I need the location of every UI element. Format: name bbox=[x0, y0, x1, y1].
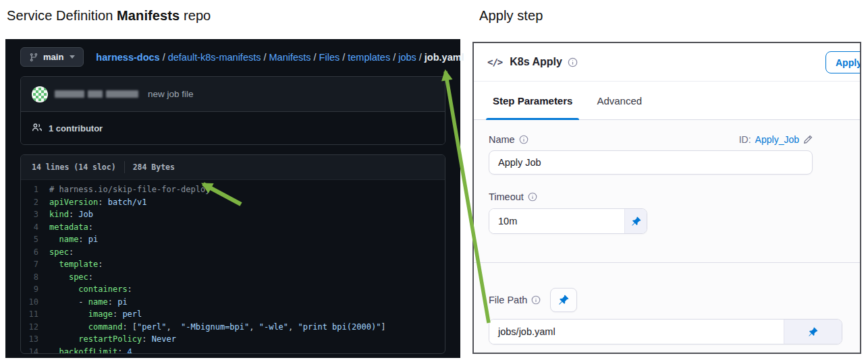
chevron-down-icon bbox=[70, 55, 75, 59]
code-step-icon: </> bbox=[487, 57, 502, 67]
code-line: 1# harness.io/skip-file-for-deploy bbox=[21, 183, 445, 196]
section-divider bbox=[474, 262, 860, 263]
github-file-panel: main harness-docs/default-k8s-manifests/… bbox=[5, 39, 460, 358]
pin-icon bbox=[558, 295, 569, 305]
file-path-input-group: jobs/job.yaml bbox=[489, 319, 842, 344]
breadcrumb-current-file: job.yaml bbox=[425, 52, 464, 63]
redacted-commit-author bbox=[55, 90, 138, 98]
code-line: 13 restartPolicy: Never bbox=[21, 333, 445, 346]
step-tabbar: Step Parameters Advanced bbox=[474, 82, 860, 120]
code-line: 10 - name: pi bbox=[21, 296, 445, 309]
left-section-title: Service Definition Manifests repo bbox=[7, 8, 211, 24]
timeout-input-group: 10m bbox=[489, 208, 647, 234]
file-stats-bar: 14 lines (14 sloc) 284 Bytes bbox=[21, 155, 445, 180]
edit-pencil-icon[interactable] bbox=[803, 135, 813, 144]
latest-commit-box: new job file 1 contributor bbox=[20, 76, 445, 145]
pin-icon bbox=[631, 216, 641, 227]
line-number[interactable]: 13 bbox=[21, 333, 49, 346]
line-number[interactable]: 11 bbox=[21, 308, 49, 321]
contributors-row[interactable]: 1 contributor bbox=[21, 111, 445, 144]
timeout-input[interactable]: 10m bbox=[489, 209, 624, 233]
line-number[interactable]: 6 bbox=[21, 246, 49, 259]
code-line-content: apiVersion: batch/v1 bbox=[49, 196, 147, 209]
apply-changes-button[interactable]: Apply bbox=[825, 51, 861, 73]
step-title: K8s Apply bbox=[510, 56, 562, 68]
file-path-pin-button[interactable] bbox=[550, 288, 577, 312]
k8s-apply-step-panel: </> K8s Apply Apply Step Parameters Adva… bbox=[472, 42, 861, 354]
line-number[interactable]: 12 bbox=[21, 321, 49, 334]
code-line: 2apiVersion: batch/v1 bbox=[21, 196, 445, 209]
info-icon[interactable] bbox=[528, 192, 537, 202]
code-line-content: spec: bbox=[49, 246, 74, 259]
code-line-content: metadata: bbox=[49, 221, 93, 234]
code-line-content: backoffLimit: 4 bbox=[49, 346, 132, 355]
contributors-label: 1 contributor bbox=[49, 123, 103, 133]
line-number[interactable]: 1 bbox=[21, 183, 49, 196]
file-lines-stat: 14 lines (14 sloc) bbox=[32, 162, 116, 172]
tab-step-parameters[interactable]: Step Parameters bbox=[493, 82, 572, 119]
breadcrumb-segment[interactable]: jobs bbox=[398, 52, 416, 63]
timeout-pin-toggle[interactable] bbox=[624, 209, 647, 233]
left-title-bold: Manifests bbox=[117, 8, 180, 23]
id-prefix-label: ID: bbox=[739, 134, 751, 145]
branch-selector[interactable]: main bbox=[20, 47, 84, 67]
file-content-box: 14 lines (14 sloc) 284 Bytes 1# harness.… bbox=[20, 154, 445, 354]
code-line-content: spec: bbox=[49, 271, 93, 284]
code-line: 8 spec: bbox=[21, 271, 445, 284]
line-number[interactable]: 14 bbox=[21, 346, 49, 355]
code-line-content: template: bbox=[49, 258, 103, 271]
line-number[interactable]: 10 bbox=[21, 296, 49, 309]
step-id-link[interactable]: Apply_Job bbox=[755, 134, 799, 145]
breadcrumb-segment[interactable]: templates bbox=[348, 52, 390, 63]
line-number[interactable]: 7 bbox=[21, 258, 49, 271]
line-number[interactable]: 2 bbox=[21, 196, 49, 209]
code-line: 14 backoffLimit: 4 bbox=[21, 346, 445, 355]
info-icon[interactable] bbox=[531, 295, 541, 305]
people-icon bbox=[32, 122, 43, 135]
right-section-title: Apply step bbox=[479, 8, 543, 24]
code-line: 9 containers: bbox=[21, 283, 445, 296]
line-number[interactable]: 4 bbox=[21, 221, 49, 234]
commit-row: new job file bbox=[21, 77, 445, 111]
breadcrumb-segment[interactable]: default-k8s-manifests bbox=[168, 52, 261, 63]
breadcrumb-separator: / bbox=[314, 52, 317, 63]
breadcrumb-separator: / bbox=[342, 52, 345, 63]
code-line-content: image: perl bbox=[49, 308, 142, 321]
code-line-content: - name: pi bbox=[49, 296, 128, 309]
github-topbar: main harness-docs/default-k8s-manifests/… bbox=[5, 39, 460, 72]
code-line: 5 name: pi bbox=[21, 233, 445, 246]
stat-divider bbox=[124, 161, 125, 173]
code-line: 12 command: ["perl", "-Mbignum=bpi", "-w… bbox=[21, 321, 445, 334]
git-branch-icon bbox=[29, 53, 38, 62]
code-line: 11 image: perl bbox=[21, 308, 445, 321]
avatar[interactable] bbox=[32, 86, 48, 102]
breadcrumb-separator: / bbox=[393, 52, 396, 63]
line-number[interactable]: 5 bbox=[21, 233, 49, 246]
name-input[interactable]: Apply Job bbox=[489, 150, 813, 175]
file-size-stat: 284 Bytes bbox=[133, 162, 175, 172]
line-number[interactable]: 8 bbox=[21, 271, 49, 284]
code-line-content: name: pi bbox=[49, 233, 98, 246]
info-icon[interactable] bbox=[519, 135, 528, 144]
timeout-label: Timeout bbox=[489, 191, 537, 202]
file-path-pin-toggle[interactable] bbox=[784, 320, 842, 344]
step-panel-header: </> K8s Apply Apply bbox=[474, 43, 860, 82]
line-number[interactable]: 3 bbox=[21, 208, 49, 221]
code-line-content: # harness.io/skip-file-for-deploy bbox=[49, 183, 210, 196]
commit-message[interactable]: new job file bbox=[148, 89, 194, 99]
file-path-input[interactable]: jobs/job.yaml bbox=[489, 320, 784, 344]
name-field-row: Name ID: Apply_Job bbox=[489, 134, 813, 145]
code-lines: 1# harness.io/skip-file-for-deploy2apiVe… bbox=[21, 180, 445, 354]
branch-name: main bbox=[43, 52, 63, 62]
breadcrumb-segment[interactable]: Files bbox=[319, 52, 340, 63]
name-label: Name bbox=[489, 134, 528, 145]
line-number[interactable]: 9 bbox=[21, 283, 49, 296]
tab-advanced[interactable]: Advanced bbox=[597, 82, 642, 119]
breadcrumb: harness-docs/default-k8s-manifests/Manif… bbox=[96, 52, 464, 63]
breadcrumb-segment[interactable]: Manifests bbox=[269, 52, 311, 63]
code-line-content: containers: bbox=[49, 283, 132, 296]
breadcrumb-segment[interactable]: harness-docs bbox=[96, 52, 159, 63]
code-line: 6spec: bbox=[21, 246, 445, 259]
breadcrumb-separator: / bbox=[163, 52, 165, 63]
info-icon[interactable] bbox=[568, 57, 578, 67]
